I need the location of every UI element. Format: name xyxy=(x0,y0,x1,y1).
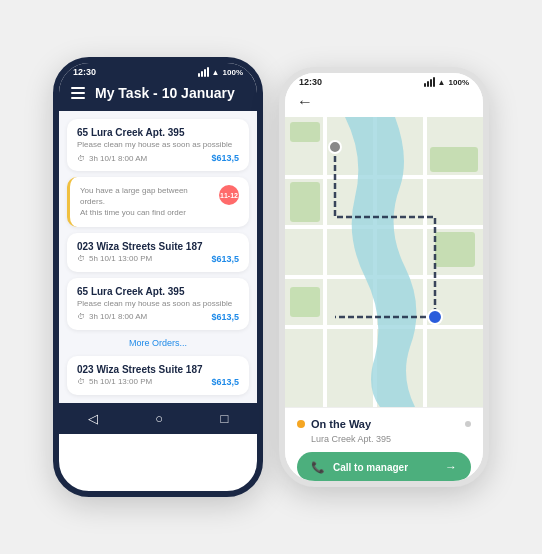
svg-rect-8 xyxy=(290,122,320,142)
card3-time: 3h 10/1 8:00 AM xyxy=(89,312,207,321)
right-battery-label: 100% xyxy=(449,78,469,87)
gap-text: You have a large gap between orders. At … xyxy=(80,185,213,219)
wifi-icon: ▲ xyxy=(212,68,220,77)
call-manager-button[interactable]: 📞 Call to manager → xyxy=(297,452,471,482)
app-header: My Task - 10 January xyxy=(59,79,257,111)
map-svg xyxy=(285,117,483,407)
right-time: 12:30 xyxy=(299,77,322,87)
left-nav-bar: ◁ ○ □ xyxy=(59,403,257,434)
card1-price: $613,5 xyxy=(211,153,239,163)
right-status-icons: ▲ 100% xyxy=(424,78,469,87)
card2-footer: ⏱ 5h 10/1 13:00 PM $613,5 xyxy=(77,254,239,264)
clock-icon-2: ⏱ xyxy=(77,254,85,263)
card2-time: 5h 10/1 13:00 PM xyxy=(89,254,207,263)
back-nav-icon[interactable]: ◁ xyxy=(88,411,98,426)
card1-desc: Please clean my house as soon as possibl… xyxy=(77,140,239,149)
card2-title: 023 Wiza Streets Suite 187 xyxy=(77,241,239,252)
bottom-card-title: 023 Wiza Streets Suite 187 xyxy=(77,364,239,375)
settings-icon[interactable] xyxy=(465,421,471,427)
right-wifi-icon: ▲ xyxy=(438,78,446,87)
bottom-card-time: 5h 10/1 13:00 PM xyxy=(89,377,207,386)
bottom-card-price: $613,5 xyxy=(211,377,239,387)
status-indicator xyxy=(297,420,305,428)
clock-icon-1: ⏱ xyxy=(77,154,85,163)
svg-rect-9 xyxy=(290,182,320,222)
map-header: ← xyxy=(285,89,483,117)
svg-rect-10 xyxy=(435,232,475,267)
card1-footer: ⏱ 3h 10/1 8:00 AM $613,5 xyxy=(77,153,239,163)
signal-icon xyxy=(198,68,209,77)
left-time: 12:30 xyxy=(73,67,96,77)
home-nav-icon[interactable]: ○ xyxy=(155,411,163,426)
app-title: My Task - 10 January xyxy=(95,85,235,101)
left-phone: 12:30 ▲ 100% My Task - 10 January xyxy=(53,57,263,497)
clock-icon-4: ⏱ xyxy=(77,377,85,386)
left-status-icons: ▲ 100% xyxy=(198,68,243,77)
left-status-bar: 12:30 ▲ 100% xyxy=(59,63,257,79)
recents-nav-icon[interactable]: □ xyxy=(220,411,228,426)
card3-price: $613,5 xyxy=(211,312,239,322)
map-bottom-panel: On the Way Lura Creek Apt. 395 📞 Call to… xyxy=(285,407,483,487)
task-card-3[interactable]: 65 Lura Creek Apt. 395 Please clean my h… xyxy=(67,278,249,330)
destination-address: Lura Creek Apt. 395 xyxy=(297,434,471,444)
card1-time: 3h 10/1 8:00 AM xyxy=(89,154,207,163)
task-card-2[interactable]: 023 Wiza Streets Suite 187 ⏱ 5h 10/1 13:… xyxy=(67,233,249,272)
arrow-icon: → xyxy=(445,460,457,474)
more-orders-link[interactable]: More Orders... xyxy=(67,336,249,350)
clock-icon-3: ⏱ xyxy=(77,312,85,321)
right-signal-icon xyxy=(424,78,435,87)
task-card-1[interactable]: 65 Lura Creek Apt. 395 Please clean my h… xyxy=(67,119,249,171)
gap-badge: 11-12 xyxy=(219,185,239,205)
on-the-way-label: On the Way xyxy=(311,418,459,430)
menu-icon[interactable] xyxy=(71,87,85,99)
right-phone: 12:30 ▲ 100% ← xyxy=(279,67,489,487)
card3-desc: Please clean my house as soon as possibl… xyxy=(77,299,239,308)
right-status-bar: 12:30 ▲ 100% xyxy=(285,73,483,89)
map-area xyxy=(285,117,483,407)
card3-title: 65 Lura Creek Apt. 395 xyxy=(77,286,239,297)
svg-point-13 xyxy=(329,141,341,153)
bottom-card-footer: ⏱ 5h 10/1 13:00 PM $613,5 xyxy=(77,377,239,387)
back-button[interactable]: ← xyxy=(297,93,313,111)
svg-rect-11 xyxy=(430,147,478,172)
bottom-task-card[interactable]: 023 Wiza Streets Suite 187 ⏱ 5h 10/1 13:… xyxy=(67,356,249,395)
card1-title: 65 Lura Creek Apt. 395 xyxy=(77,127,239,138)
gap-warning-card: You have a large gap between orders. At … xyxy=(67,177,249,227)
card2-price: $613,5 xyxy=(211,254,239,264)
battery-label: 100% xyxy=(223,68,243,77)
phone-icon: 📞 xyxy=(311,461,325,474)
card3-footer: ⏱ 3h 10/1 8:00 AM $613,5 xyxy=(77,312,239,322)
svg-rect-12 xyxy=(290,287,320,317)
call-btn-label: Call to manager xyxy=(333,462,408,473)
status-row: On the Way xyxy=(297,418,471,430)
svg-point-14 xyxy=(428,310,442,324)
phones-container: 12:30 ▲ 100% My Task - 10 January xyxy=(33,37,509,517)
cards-area: 65 Lura Creek Apt. 395 Please clean my h… xyxy=(59,111,257,403)
